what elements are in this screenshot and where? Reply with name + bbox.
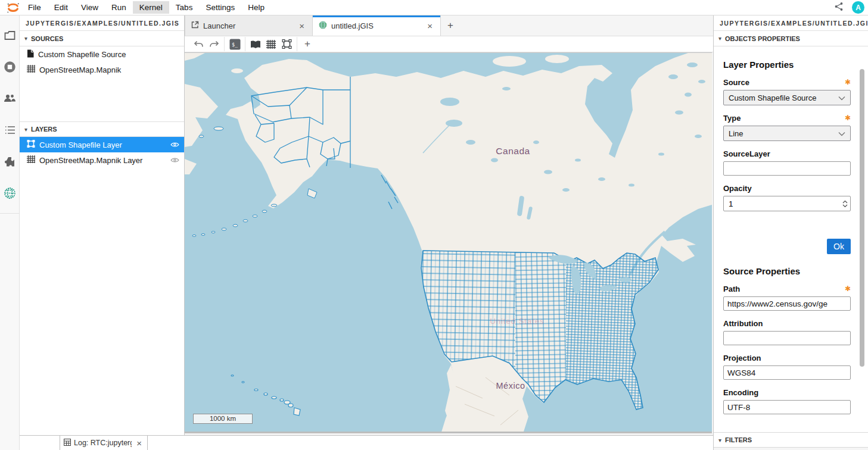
visibility-eye-icon[interactable] — [169, 142, 181, 148]
jupyter-logo-icon — [5, 1, 21, 14]
opacity-stepper[interactable]: 1 — [723, 196, 851, 211]
chevron-down-icon: ▾ — [24, 126, 27, 133]
jupyterlab-window: File Edit View Run Kernel Tabs Settings … — [0, 0, 868, 450]
attribution-input[interactable] — [723, 331, 851, 345]
stepper-arrows-icon[interactable] — [842, 201, 848, 207]
menu-kernel[interactable]: Kernel — [133, 1, 169, 14]
log-table-icon — [64, 439, 71, 448]
projection-field-label: Projection — [723, 354, 761, 362]
objects-properties-header[interactable]: ▾ OBJECTS PROPERTIES — [714, 31, 868, 46]
menu-file[interactable]: File — [21, 1, 48, 14]
sourcelayer-input[interactable] — [723, 161, 851, 176]
add-layer-button[interactable]: + — [300, 37, 315, 51]
user-avatar[interactable]: A — [852, 1, 864, 14]
vector-icon — [27, 140, 35, 149]
required-icon: ✱ — [845, 114, 851, 123]
table-of-contents-icon[interactable] — [0, 118, 20, 142]
panel-footer — [714, 448, 868, 450]
undo-button[interactable] — [191, 37, 206, 51]
grid-icon — [27, 155, 35, 165]
file-browser-icon[interactable] — [0, 23, 20, 47]
encoding-input[interactable] — [723, 400, 851, 414]
map-canvas[interactable]: United States Canada México 1000 km — [185, 52, 712, 433]
menu-edit[interactable]: Edit — [48, 1, 74, 14]
redo-button[interactable] — [206, 37, 222, 51]
projection-input[interactable] — [723, 365, 851, 380]
jgis-globe-icon — [319, 21, 327, 31]
path-field-label: Path — [723, 285, 740, 293]
tab-untitled-jgis[interactable]: untitled.jGIS × — [313, 15, 441, 36]
right-sidebar-panel: JUPYTERGIS/EXAMPLES/UNTITLED.JGIS ▾ OBJE… — [713, 15, 868, 450]
menubar: File Edit View Run Kernel Tabs Settings … — [0, 0, 868, 15]
main-dock-area: Launcher × untitled.jGIS × + $_ — [185, 15, 713, 435]
left-sidebar-panel: JUPYTERGIS/EXAMPLES/UNTITLED.JGIS ▾ SOUR… — [20, 15, 185, 435]
close-icon[interactable]: × — [135, 438, 144, 448]
layer-item-custom-shapefile[interactable]: Custom Shapefile Layer — [20, 137, 184, 152]
new-tab-button[interactable]: + — [441, 15, 460, 36]
log-panel-tab[interactable]: Log: RTC:jupytergis/exampl × — [60, 436, 148, 450]
activity-bar — [0, 15, 20, 450]
source-item-custom-shapefile[interactable]: Custom Shapefile Source — [20, 46, 184, 62]
sourcelayer-field-label: SourceLayer — [723, 149, 770, 158]
grid-icon — [27, 65, 35, 74]
encoding-field-label: Encoding — [723, 388, 758, 397]
chevron-down-icon: ▾ — [718, 437, 721, 443]
properties-form: Layer Properties Source ✱ Custom Shapefi… — [714, 46, 868, 417]
visibility-eye-icon[interactable] — [169, 157, 181, 163]
select-geometry-button[interactable] — [279, 37, 294, 51]
left-panel-breadcrumb: JUPYTERGIS/EXAMPLES/UNTITLED.JGIS — [20, 15, 184, 31]
layers-section-header[interactable]: ▾ LAYERS — [20, 121, 184, 137]
type-field-label: Type — [723, 114, 741, 123]
collaboration-icon[interactable] — [0, 86, 20, 110]
chevron-down-icon — [838, 129, 845, 138]
type-select[interactable]: Line — [723, 126, 851, 141]
opacity-field-label: Opacity — [723, 184, 752, 193]
menu-run[interactable]: Run — [105, 1, 133, 14]
map-render — [185, 53, 712, 433]
menu-view[interactable]: View — [74, 1, 105, 14]
attribution-field-label: Attribution — [723, 319, 763, 328]
path-input[interactable] — [723, 296, 851, 311]
source-field-label: Source — [723, 78, 749, 87]
source-properties-title: Source Properties — [723, 266, 850, 276]
temporal-grid-button[interactable] — [263, 37, 279, 51]
menu-tabs[interactable]: Tabs — [169, 1, 200, 14]
tab-launcher[interactable]: Launcher × — [185, 15, 313, 36]
dock-tab-bar: Launcher × untitled.jGIS × + — [185, 15, 713, 36]
chevron-down-icon: ▾ — [24, 35, 27, 42]
right-panel-breadcrumb: JUPYTERGIS/EXAMPLES/UNTITLED.JGIS — [714, 15, 868, 31]
share-icon[interactable] — [834, 2, 844, 14]
menu-help[interactable]: Help — [241, 1, 271, 14]
required-icon: ✱ — [845, 285, 851, 293]
chevron-down-icon: ▾ — [718, 35, 721, 42]
chevron-down-icon — [838, 93, 845, 102]
jupytergis-globe-icon[interactable] — [0, 181, 20, 205]
running-sessions-icon[interactable] — [0, 55, 20, 79]
map-scale-bar: 1000 km — [193, 414, 253, 424]
required-icon: ✱ — [845, 78, 851, 87]
filters-section-header[interactable]: ▾ FILTERS — [714, 432, 868, 448]
file-icon — [27, 49, 34, 60]
svg-text:$_: $_ — [232, 42, 238, 48]
identify-button[interactable] — [248, 37, 263, 51]
close-icon[interactable]: × — [425, 21, 434, 31]
map-toolbar: $_ + — [185, 36, 713, 52]
layer-item-openstreetmap[interactable]: OpenStreetMap.Mapnik Layer — [20, 152, 184, 168]
sources-section-header[interactable]: ▾ SOURCES — [20, 31, 184, 46]
source-item-openstreetmap[interactable]: OpenStreetMap.Mapnik — [20, 62, 184, 77]
extension-manager-icon[interactable] — [0, 149, 20, 173]
source-select[interactable]: Custom Shapefile Source — [723, 90, 851, 105]
scrollbar-thumb[interactable] — [860, 69, 864, 367]
launcher-icon — [191, 21, 199, 30]
ok-button[interactable]: Ok — [827, 239, 851, 254]
close-icon[interactable]: × — [297, 21, 306, 31]
menu-settings[interactable]: Settings — [199, 1, 241, 14]
status-bar: Log: RTC:jupytergis/exampl × — [20, 435, 713, 450]
terminal-console-button[interactable]: $_ — [227, 37, 242, 51]
layer-properties-title: Layer Properties — [723, 60, 850, 70]
